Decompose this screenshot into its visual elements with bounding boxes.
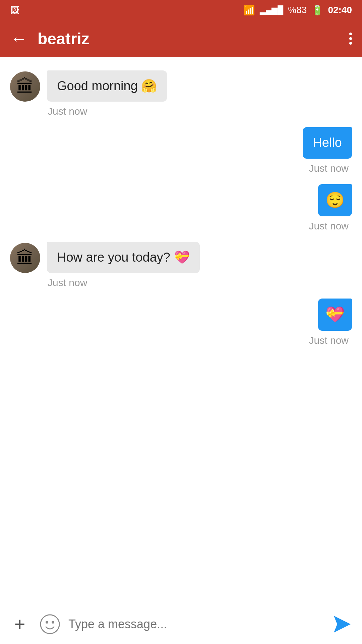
- message-row-2: Hello: [10, 127, 352, 158]
- emoji-icon: [40, 614, 60, 634]
- message-row-3: 😌: [10, 184, 352, 216]
- clock: 02:40: [328, 5, 352, 15]
- avatar-beatriz-1: [10, 71, 40, 102]
- timestamp-3: Just now: [10, 220, 352, 232]
- svg-point-0: [41, 615, 59, 634]
- svg-point-1: [46, 621, 48, 624]
- bubble-1: Good morning 🤗: [47, 70, 167, 102]
- signal-icon: ▂▄▆█: [260, 5, 283, 15]
- bubble-3: 😌: [318, 184, 352, 216]
- send-button[interactable]: [330, 614, 354, 634]
- message-group-5: 💝 Just now: [10, 299, 352, 346]
- message-input[interactable]: [68, 614, 324, 635]
- status-bar: 🖼 📶 ▂▄▆█ %83 🔋 02:40: [0, 0, 362, 20]
- input-bar: +: [0, 604, 362, 644]
- emoji-button[interactable]: [38, 614, 62, 634]
- message-group-1: Good morning 🤗 Just now: [10, 70, 352, 117]
- add-button[interactable]: +: [8, 613, 32, 635]
- status-icons: 📶 ▂▄▆█ %83 🔋 02:40: [243, 5, 352, 16]
- dot3: [349, 42, 352, 45]
- timestamp-2: Just now: [10, 163, 352, 174]
- timestamp-4: Just now: [10, 277, 352, 288]
- dot1: [349, 33, 352, 35]
- message-group-3: 😌 Just now: [10, 184, 352, 232]
- message-group-4: How are you today? 💝 Just now: [10, 242, 352, 288]
- bubble-1-text: Good morning 🤗: [57, 79, 157, 93]
- chat-area: Good morning 🤗 Just now Hello Just now 😌…: [0, 57, 362, 604]
- contact-name: beatriz: [38, 30, 339, 48]
- battery-level: %83: [288, 5, 307, 15]
- svg-point-2: [52, 621, 54, 624]
- bubble-2-text: Hello: [313, 136, 342, 150]
- bubble-5-text: 💝: [325, 305, 345, 325]
- bubble-4-text: How are you today? 💝: [57, 250, 190, 264]
- bubble-3-text: 😌: [325, 190, 345, 210]
- bubble-4: How are you today? 💝: [47, 242, 200, 273]
- message-row-5: 💝: [10, 299, 352, 331]
- message-row-1: Good morning 🤗: [10, 70, 352, 102]
- wifi-icon: 📶: [243, 5, 255, 16]
- svg-marker-3: [334, 616, 351, 633]
- send-icon: [332, 614, 352, 634]
- bubble-5: 💝: [318, 299, 352, 331]
- more-options-button[interactable]: [349, 33, 352, 45]
- avatar-beatriz-2: [10, 243, 40, 273]
- battery-icon: 🔋: [311, 5, 323, 16]
- timestamp-1: Just now: [10, 106, 352, 117]
- dot2: [349, 37, 352, 40]
- timestamp-5: Just now: [10, 335, 352, 346]
- message-group-2: Hello Just now: [10, 127, 352, 174]
- bubble-2: Hello: [303, 127, 352, 158]
- message-row-4: How are you today? 💝: [10, 242, 352, 273]
- photo-icon: 🖼: [10, 5, 19, 16]
- back-button[interactable]: ←: [10, 29, 27, 49]
- toolbar: ← beatriz: [0, 20, 362, 57]
